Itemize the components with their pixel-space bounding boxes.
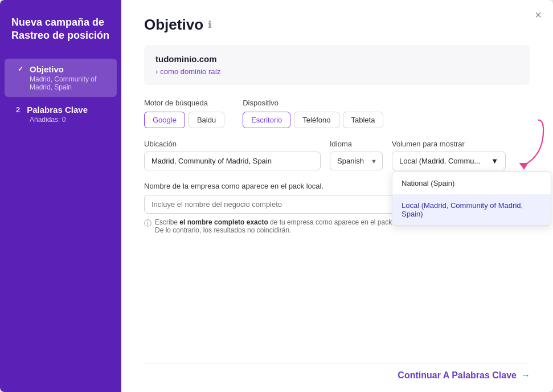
sidebar-item-palabras-clave[interactable]: 2 Palabras Clave Añadidas: 0	[5, 99, 117, 129]
device-label: Dispositivo	[243, 99, 383, 107]
volume-group: Volumen para mostrar Local (Madrid, Comm…	[392, 140, 506, 170]
info-icon[interactable]: ℹ	[208, 19, 211, 30]
modal: Nueva campaña de Rastreo de posición ✓ O…	[0, 0, 553, 392]
continue-button[interactable]: Continuar A Palabras Clave →	[398, 370, 530, 381]
sidebar-item-objetivo-label: Objetivo	[30, 64, 64, 74]
device-escritorio-button[interactable]: Escritorio	[243, 112, 290, 128]
location-label: Ubicación	[144, 140, 321, 148]
device-group: Dispositivo Escritorio Teléfono Tableta	[243, 99, 383, 128]
close-button[interactable]: ×	[535, 9, 542, 21]
hint-prefix: Escribe	[155, 218, 179, 226]
search-engine-group: Motor de búsqueda Google Baidu	[144, 99, 224, 128]
main-footer: Continuar A Palabras Clave →	[144, 363, 530, 381]
hint-content: Escribe el nombre completo exacto de tu …	[155, 218, 410, 234]
volume-option-local[interactable]: Local (Madrid, Community of Madrid, Spai…	[392, 194, 551, 225]
search-engine-label: Motor de búsqueda	[144, 99, 224, 107]
language-group: Idioma Spanish English French ▼	[330, 140, 383, 170]
device-tableta-button[interactable]: Tableta	[343, 112, 384, 128]
hint-line2: De lo contrario, los resultados no coinc…	[155, 226, 291, 234]
continue-label: Continuar A Palabras Clave	[398, 370, 517, 381]
volume-dropdown: National (Spain) Local (Madrid, Communit…	[392, 172, 551, 226]
sidebar: Nueva campaña de Rastreo de posición ✓ O…	[0, 0, 121, 392]
domain-link-label: como dominio raíz	[160, 67, 220, 76]
language-select[interactable]: Spanish English French	[330, 152, 383, 170]
engine-google-button[interactable]: Google	[144, 112, 185, 128]
chevron-right-icon: ›	[155, 67, 158, 76]
location-language-volume-row: Ubicación Idioma Spanish English French …	[144, 140, 530, 170]
check-icon: ✓	[16, 64, 25, 74]
language-select-wrapper: Spanish English French ▼	[330, 152, 383, 170]
sidebar-item-palabras-number: 2	[16, 105, 20, 114]
sidebar-title: Nueva campaña de Rastreo de posición	[0, 16, 121, 59]
device-buttons: Escritorio Teléfono Tableta	[243, 112, 383, 128]
device-telefono-button[interactable]: Teléfono	[294, 112, 339, 128]
main-content: × Objetivo ℹ tudominio.com › como domini…	[121, 0, 553, 392]
volume-label: Volumen para mostrar	[392, 140, 506, 148]
sidebar-item-palabras-label: Palabras Clave	[27, 105, 88, 115]
domain-link[interactable]: › como dominio raíz	[155, 67, 519, 76]
volume-select-button[interactable]: Local (Madrid, Commu... ▼	[392, 152, 506, 170]
page-title: Objetivo ℹ	[144, 16, 530, 34]
volume-chevron-icon: ▼	[491, 157, 498, 165]
sidebar-item-palabras-sub: Añadidas: 0	[16, 116, 105, 124]
domain-name: tudominio.com	[155, 54, 519, 64]
language-label: Idioma	[330, 140, 383, 148]
hint-suffix: de tu empresa como aparece en el pack lo…	[268, 218, 410, 226]
arrow-right-icon: →	[521, 370, 530, 381]
domain-card: tudominio.com › como dominio raíz	[144, 45, 530, 85]
sidebar-item-objetivo[interactable]: ✓ Objetivo Madrid, Community of Madrid, …	[5, 59, 117, 97]
volume-selected-label: Local (Madrid, Commu...	[399, 157, 480, 165]
engine-baidu-button[interactable]: Baidu	[189, 112, 224, 128]
sidebar-item-objetivo-sub: Madrid, Community of Madrid, Spain	[16, 75, 105, 91]
volume-wrapper: Local (Madrid, Commu... ▼ National (Spai…	[392, 152, 506, 170]
location-group: Ubicación	[144, 140, 321, 170]
hint-bold: el nombre completo exacto	[179, 218, 268, 226]
volume-option-national[interactable]: National (Spain)	[392, 172, 551, 194]
location-input[interactable]	[144, 152, 321, 170]
engine-device-row: Motor de búsqueda Google Baidu Dispositi…	[144, 99, 530, 128]
search-engine-buttons: Google Baidu	[144, 112, 224, 128]
hint-icon: ⓘ	[144, 218, 151, 228]
